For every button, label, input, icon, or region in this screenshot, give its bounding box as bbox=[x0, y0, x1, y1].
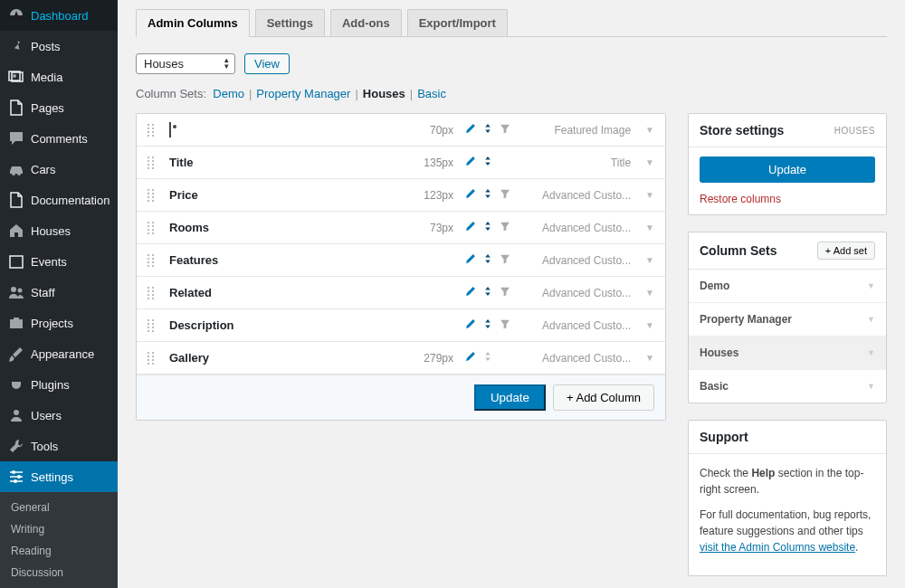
comment-icon bbox=[7, 129, 25, 147]
sort-icon[interactable] bbox=[481, 220, 494, 235]
update-button[interactable]: Update bbox=[474, 384, 546, 411]
chevron-down-icon[interactable]: ▼ bbox=[645, 157, 654, 167]
sort-icon[interactable] bbox=[481, 318, 494, 333]
edit-icon[interactable] bbox=[464, 220, 477, 235]
chevron-down-icon[interactable]: ▼ bbox=[645, 288, 654, 298]
chevron-down-icon[interactable]: ▼ bbox=[645, 353, 654, 363]
edit-icon[interactable] bbox=[464, 252, 477, 268]
admin-sidebar: DashboardPostsMediaPagesCommentsCarsDocu… bbox=[0, 0, 118, 588]
calendar-icon bbox=[7, 252, 25, 270]
sidebar-item-events[interactable]: Events bbox=[0, 246, 118, 277]
chevron-down-icon[interactable]: ▼ bbox=[645, 223, 654, 232]
post-type-select[interactable]: Houses ▴▾ bbox=[136, 53, 235, 74]
sidebar-item-houses[interactable]: Houses bbox=[0, 215, 118, 246]
sidebar-item-cars[interactable]: Cars bbox=[0, 154, 118, 185]
tab-settings[interactable]: Settings bbox=[255, 9, 325, 36]
store-update-button[interactable]: Update bbox=[700, 156, 875, 183]
sort-icon[interactable] bbox=[481, 350, 494, 365]
drag-handle-icon[interactable] bbox=[148, 254, 160, 267]
view-button[interactable]: View bbox=[244, 53, 290, 74]
sort-icon[interactable] bbox=[481, 155, 494, 170]
chevron-down-icon: ▼ bbox=[867, 281, 875, 290]
edit-icon[interactable] bbox=[464, 122, 477, 138]
tab-add-ons[interactable]: Add-ons bbox=[330, 9, 402, 36]
column-set-link-basic[interactable]: Basic bbox=[417, 87, 446, 100]
sidebar-item-media[interactable]: Media bbox=[0, 62, 118, 92]
column-set-item-demo[interactable]: Demo▼ bbox=[689, 270, 886, 303]
sidebar-item-tools[interactable]: Tools bbox=[0, 431, 118, 461]
drag-handle-icon[interactable] bbox=[148, 189, 160, 202]
sidebar-item-users[interactable]: Users bbox=[0, 400, 118, 431]
sidebar-sub-discussion[interactable]: Discussion bbox=[0, 562, 118, 583]
main-content: Admin ColumnsSettingsAdd-onsExport/Impor… bbox=[118, 0, 905, 588]
filter-icon[interactable] bbox=[499, 122, 511, 138]
add-column-button[interactable]: + Add Column bbox=[553, 384, 654, 411]
drag-handle-icon[interactable] bbox=[148, 222, 160, 234]
set-label: Basic bbox=[700, 380, 729, 393]
store-settings-panel: Store settings HOUSES Update Restore col… bbox=[688, 113, 887, 215]
column-row[interactable]: Price123pxAdvanced Custo...▼ bbox=[137, 179, 665, 212]
sidebar-item-comments[interactable]: Comments bbox=[0, 123, 118, 154]
sidebar-label: Staff bbox=[31, 286, 55, 299]
column-set-link-property-manager[interactable]: Property Manager bbox=[256, 87, 350, 100]
sort-icon[interactable] bbox=[481, 285, 494, 300]
chevron-down-icon[interactable]: ▼ bbox=[645, 320, 654, 330]
drag-handle-icon[interactable] bbox=[148, 156, 160, 169]
column-set-item-property-manager[interactable]: Property Manager▼ bbox=[689, 303, 886, 337]
chevron-down-icon[interactable]: ▼ bbox=[645, 255, 654, 265]
column-set-item-houses[interactable]: Houses▼ bbox=[689, 337, 886, 370]
edit-icon[interactable] bbox=[464, 350, 477, 365]
sidebar-label: Houses bbox=[31, 224, 71, 238]
column-set-item-basic[interactable]: Basic▼ bbox=[689, 370, 886, 403]
filter-icon[interactable] bbox=[499, 187, 511, 203]
sort-icon[interactable] bbox=[481, 122, 494, 138]
sidebar-item-projects[interactable]: Projects bbox=[0, 308, 118, 338]
column-type: Title bbox=[529, 156, 631, 169]
edit-icon[interactable] bbox=[464, 285, 477, 300]
sidebar-item-posts[interactable]: Posts bbox=[0, 31, 118, 62]
column-sets-label: Column Sets: bbox=[136, 87, 206, 100]
sidebar-item-settings[interactable]: Settings bbox=[0, 461, 118, 492]
tab-export-import[interactable]: Export/Import bbox=[407, 9, 508, 36]
edit-icon[interactable] bbox=[464, 187, 477, 203]
restore-columns-link[interactable]: Restore columns bbox=[700, 193, 781, 205]
column-row[interactable]: Gallery279pxAdvanced Custo...▼ bbox=[137, 342, 665, 375]
sort-icon[interactable] bbox=[481, 252, 494, 268]
column-row[interactable]: Title135pxTitle▼ bbox=[137, 147, 665, 179]
sidebar-sub-reading[interactable]: Reading bbox=[0, 540, 118, 562]
drag-handle-icon[interactable] bbox=[148, 287, 160, 299]
drag-handle-icon[interactable] bbox=[148, 319, 160, 332]
sidebar-item-dashboard[interactable]: Dashboard bbox=[0, 0, 118, 31]
sidebar-label: Settings bbox=[31, 470, 73, 484]
drag-handle-icon[interactable] bbox=[148, 124, 160, 137]
filter-icon[interactable] bbox=[499, 252, 511, 268]
sidebar-item-pages[interactable]: Pages bbox=[0, 92, 118, 123]
sidebar-sub-writing[interactable]: Writing bbox=[0, 518, 118, 540]
filter-icon[interactable] bbox=[499, 220, 511, 235]
column-type: Advanced Custo... bbox=[529, 319, 631, 332]
edit-icon[interactable] bbox=[464, 155, 477, 170]
sidebar-item-appearance[interactable]: Appearance bbox=[0, 338, 118, 369]
chevron-down-icon[interactable]: ▼ bbox=[645, 190, 654, 200]
sidebar-item-documentation[interactable]: Documentation bbox=[0, 185, 118, 215]
sidebar-sub-media[interactable]: Media bbox=[0, 583, 118, 588]
column-row[interactable]: 70pxFeatured Image▼ bbox=[137, 114, 665, 147]
sidebar-sub-general[interactable]: General bbox=[0, 497, 118, 518]
sidebar-item-staff[interactable]: Staff bbox=[0, 277, 118, 308]
filter-icon[interactable] bbox=[499, 318, 511, 333]
filter-icon[interactable] bbox=[499, 285, 511, 300]
tab-admin-columns[interactable]: Admin Columns bbox=[136, 9, 250, 37]
drag-handle-icon[interactable] bbox=[148, 352, 160, 365]
support-link[interactable]: visit the Admin Columns website bbox=[700, 541, 855, 554]
add-set-button[interactable]: + Add set bbox=[817, 242, 875, 260]
sidebar-label: Events bbox=[31, 255, 67, 269]
column-row[interactable]: FeaturesAdvanced Custo...▼ bbox=[137, 244, 665, 277]
column-row[interactable]: DescriptionAdvanced Custo...▼ bbox=[137, 309, 665, 342]
column-row[interactable]: Rooms73pxAdvanced Custo...▼ bbox=[137, 212, 665, 244]
edit-icon[interactable] bbox=[464, 318, 477, 333]
column-row[interactable]: RelatedAdvanced Custo...▼ bbox=[137, 277, 665, 309]
chevron-down-icon[interactable]: ▼ bbox=[645, 125, 654, 135]
sort-icon[interactable] bbox=[481, 187, 494, 203]
sidebar-item-plugins[interactable]: Plugins bbox=[0, 369, 118, 400]
column-set-link-demo[interactable]: Demo bbox=[213, 87, 244, 100]
